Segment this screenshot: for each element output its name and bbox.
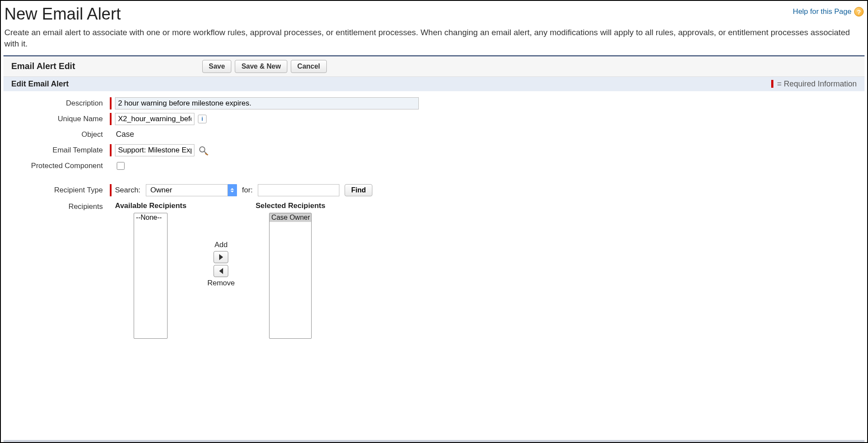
list-item[interactable]: --None-- [134, 213, 167, 222]
info-icon[interactable]: i [198, 115, 207, 123]
email-template-label: Email Template [3, 146, 110, 155]
for-label: for: [242, 186, 253, 195]
required-mark-icon [110, 97, 112, 109]
remove-label: Remove [207, 279, 235, 288]
required-legend: = Required Information [771, 79, 857, 89]
description-input[interactable] [115, 97, 419, 109]
recipients-label: Recipients [3, 200, 110, 211]
search-label: Search: [115, 186, 141, 195]
available-recipients-list[interactable]: --None-- [134, 213, 168, 339]
protected-component-checkbox[interactable] [117, 162, 125, 170]
arrow-left-icon [219, 268, 223, 274]
save-and-new-button[interactable]: Save & New [235, 60, 287, 73]
description-label: Description [3, 99, 110, 108]
object-label: Object [3, 130, 110, 139]
help-icon[interactable]: ? [854, 7, 864, 17]
required-mark-icon [771, 80, 773, 88]
recipient-type-select[interactable]: Owner [146, 184, 237, 196]
panel-title: Email Alert Edit [11, 61, 202, 71]
protected-component-label: Protected Component [3, 162, 110, 170]
selected-recipients-list[interactable]: Case Owner [269, 213, 312, 339]
unique-name-input[interactable] [115, 113, 194, 125]
list-item[interactable]: Case Owner [270, 213, 311, 222]
recipient-search-input[interactable] [258, 184, 339, 196]
required-mark-icon [110, 144, 112, 156]
find-button[interactable]: Find [345, 184, 372, 196]
add-button[interactable] [214, 251, 228, 263]
panel-bottom-border [3, 440, 865, 442]
add-label: Add [214, 241, 227, 249]
intro-description: Create an email alert to associate with … [1, 24, 867, 55]
arrow-right-icon [219, 254, 223, 260]
lookup-icon[interactable] [198, 145, 209, 155]
email-template-input[interactable] [115, 144, 194, 156]
remove-button[interactable] [214, 265, 228, 277]
recipient-type-label: Recipient Type [3, 186, 110, 195]
page-title: New Email Alert [4, 4, 121, 24]
selected-recipients-label: Selected Recipients [256, 202, 326, 210]
save-button[interactable]: Save [202, 60, 231, 73]
required-legend-text: = Required Information [777, 79, 857, 89]
available-recipients-label: Available Recipients [115, 202, 187, 210]
help-link[interactable]: Help for this Page [793, 7, 852, 16]
object-value: Case [115, 130, 134, 139]
section-title: Edit Email Alert [11, 79, 69, 89]
unique-name-label: Unique Name [3, 115, 110, 123]
cancel-button[interactable]: Cancel [291, 60, 326, 73]
required-mark-icon [110, 184, 112, 196]
required-mark-icon [110, 113, 112, 125]
